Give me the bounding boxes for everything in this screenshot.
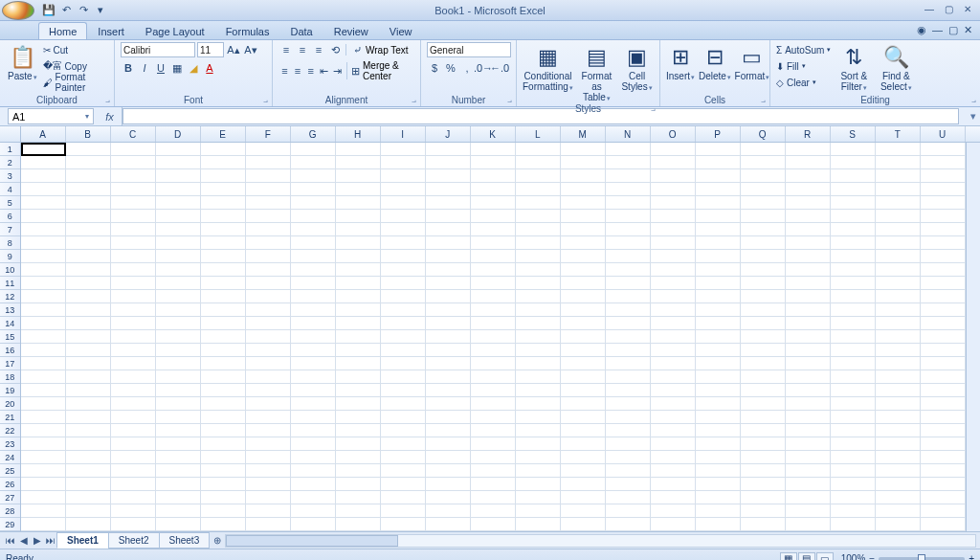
cell[interactable]	[831, 478, 876, 491]
increase-indent-icon[interactable]: ⇥	[331, 63, 344, 78]
cell[interactable]	[561, 411, 606, 424]
cell[interactable]	[246, 344, 291, 357]
cell[interactable]	[831, 183, 876, 196]
col-header-D[interactable]: D	[156, 126, 201, 142]
cell[interactable]	[516, 263, 561, 277]
cell[interactable]	[516, 317, 561, 330]
cell[interactable]	[201, 478, 246, 491]
cell[interactable]	[471, 478, 516, 491]
cell[interactable]	[876, 169, 921, 183]
cell[interactable]	[66, 277, 111, 290]
cell[interactable]	[21, 210, 66, 223]
undo-icon[interactable]: ↶	[59, 4, 73, 17]
col-header-R[interactable]: R	[786, 126, 831, 142]
cell[interactable]	[66, 317, 111, 330]
cell[interactable]	[201, 357, 246, 370]
cell[interactable]	[696, 357, 741, 370]
cell[interactable]	[381, 196, 426, 210]
cell[interactable]	[876, 504, 921, 518]
cell[interactable]	[111, 236, 156, 250]
cell[interactable]	[876, 384, 921, 397]
cell[interactable]	[156, 357, 201, 370]
cell[interactable]	[111, 370, 156, 384]
cell[interactable]	[741, 491, 786, 504]
cell[interactable]	[741, 183, 786, 196]
cell[interactable]	[516, 169, 561, 183]
cell[interactable]	[831, 169, 876, 183]
row-header-3[interactable]: 3	[0, 169, 20, 183]
cell[interactable]	[156, 223, 201, 236]
cell[interactable]	[786, 236, 831, 250]
cell[interactable]	[606, 290, 651, 303]
cell[interactable]	[876, 223, 921, 236]
cell[interactable]	[651, 437, 696, 451]
cell[interactable]	[381, 330, 426, 344]
cell[interactable]	[561, 504, 606, 518]
cell[interactable]	[246, 169, 291, 183]
cell[interactable]	[291, 397, 336, 411]
cell[interactable]	[381, 210, 426, 223]
col-header-M[interactable]: M	[561, 126, 606, 142]
cell[interactable]	[786, 210, 831, 223]
cell[interactable]	[201, 397, 246, 411]
cell[interactable]	[471, 210, 516, 223]
cell[interactable]	[156, 290, 201, 303]
cell[interactable]	[336, 464, 381, 478]
cell[interactable]	[696, 303, 741, 317]
row-header-23[interactable]: 23	[0, 437, 20, 451]
row-header-1[interactable]: 1	[0, 143, 20, 156]
cell[interactable]	[381, 317, 426, 330]
cell[interactable]	[831, 344, 876, 357]
cell[interactable]	[381, 290, 426, 303]
align-center-icon[interactable]: ≡	[292, 63, 304, 78]
cell[interactable]	[201, 223, 246, 236]
cell-styles-button[interactable]: ▣Cell Styles	[620, 42, 654, 92]
cell[interactable]	[921, 196, 966, 210]
cell[interactable]	[606, 250, 651, 263]
sheet-tab-2[interactable]: Sheet2	[108, 532, 160, 549]
cell[interactable]	[21, 169, 66, 183]
cell[interactable]	[201, 277, 246, 290]
cell[interactable]	[606, 451, 651, 464]
cell[interactable]	[561, 344, 606, 357]
cell[interactable]	[291, 156, 336, 169]
cell[interactable]	[471, 250, 516, 263]
cell[interactable]	[786, 169, 831, 183]
cell[interactable]	[876, 437, 921, 451]
cell[interactable]	[156, 397, 201, 411]
cell[interactable]	[471, 504, 516, 518]
cell[interactable]	[516, 491, 561, 504]
cell[interactable]	[561, 518, 606, 531]
row-header-14[interactable]: 14	[0, 317, 20, 330]
col-header-K[interactable]: K	[471, 126, 516, 142]
cell[interactable]	[66, 330, 111, 344]
cell[interactable]	[876, 277, 921, 290]
row-header-7[interactable]: 7	[0, 223, 20, 236]
cell[interactable]	[66, 344, 111, 357]
cell[interactable]	[471, 236, 516, 250]
row-header-25[interactable]: 25	[0, 464, 20, 478]
cell[interactable]	[606, 504, 651, 518]
row-header-9[interactable]: 9	[0, 250, 20, 263]
cell[interactable]	[246, 263, 291, 277]
cell[interactable]	[156, 491, 201, 504]
cell[interactable]	[606, 196, 651, 210]
help-icon[interactable]: ◉	[917, 24, 926, 36]
cell[interactable]	[606, 317, 651, 330]
sheet-tab-3[interactable]: Sheet3	[159, 532, 211, 549]
cell[interactable]	[291, 344, 336, 357]
cell[interactable]	[831, 196, 876, 210]
cell[interactable]	[786, 437, 831, 451]
cell[interactable]	[876, 303, 921, 317]
cell[interactable]	[66, 223, 111, 236]
cell[interactable]	[696, 317, 741, 330]
cell[interactable]	[831, 370, 876, 384]
cell[interactable]	[21, 277, 66, 290]
cell[interactable]	[156, 437, 201, 451]
minimize-button[interactable]: —	[921, 2, 938, 15]
cell[interactable]	[651, 303, 696, 317]
row-header-29[interactable]: 29	[0, 518, 20, 531]
decrease-indent-icon[interactable]: ⇤	[318, 63, 330, 78]
save-icon[interactable]: 💾	[42, 4, 56, 17]
cell[interactable]	[66, 156, 111, 169]
